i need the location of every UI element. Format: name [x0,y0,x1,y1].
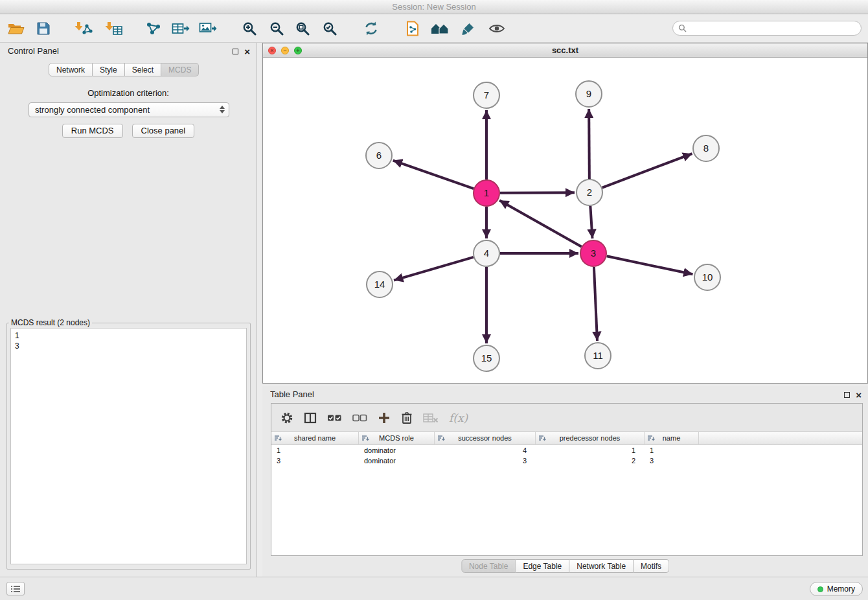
table-columns-button[interactable] [304,411,317,424]
graph-edge-3-10[interactable] [607,256,693,274]
table-settings-button[interactable] [280,411,293,424]
graph-node-15[interactable]: 15 [474,345,499,371]
graph-edge-4-14[interactable] [394,257,474,281]
graph-edge-1-2[interactable] [500,192,575,193]
graph-node-9[interactable]: 9 [576,81,602,107]
float-panel-icon[interactable] [233,49,238,54]
main-toolbar [0,14,868,43]
network-canvas[interactable]: 7968124314101511 [263,58,867,383]
tab-mcds[interactable]: MCDS [161,63,199,76]
graph-node-7[interactable]: 7 [474,82,499,108]
run-mcds-button[interactable]: Run MCDS [62,124,123,138]
tab-network-table[interactable]: Network Table [569,559,634,573]
table-cell: 1 [536,445,645,456]
status-bar: Memory [0,577,868,600]
svg-text:10: 10 [702,271,713,283]
import-table-button[interactable] [102,17,124,40]
dropdown-stepper-icon [220,106,225,113]
function-builder-button[interactable]: f(x) [449,411,468,424]
search-field[interactable] [672,21,862,36]
graph-node-4[interactable]: 4 [474,240,499,266]
tab-edge-table[interactable]: Edge Table [516,559,569,573]
window-zoom-button[interactable]: + [294,47,302,54]
graph-edge-3-1[interactable] [499,200,582,246]
unselect-all-button[interactable] [352,412,367,424]
graph-node-2[interactable]: 2 [577,179,602,205]
app-titlebar: Session: New Session [0,0,868,14]
graph-node-3[interactable]: 3 [580,240,606,266]
export-image-button[interactable] [197,17,219,40]
column-header-successor-nodes[interactable]: successor nodes [435,432,536,445]
style-button[interactable] [457,17,479,40]
save-session-button[interactable] [32,17,54,40]
import-network-button[interactable] [73,17,95,40]
close-panel-icon[interactable]: × [244,47,250,56]
graph-node-6[interactable]: 6 [366,143,392,168]
add-column-button[interactable] [378,411,391,424]
close-table-panel-icon[interactable]: × [856,390,862,400]
mcds-result-box: 13 [10,328,247,564]
close-panel-button[interactable]: Close panel [132,124,195,138]
clone-network-button[interactable] [402,17,424,40]
select-all-button[interactable] [327,412,342,424]
tab-motifs[interactable]: Motifs [634,559,669,573]
gear-icon [280,411,293,424]
column-header-shared-name[interactable]: shared name [271,432,359,445]
export-table-button[interactable] [170,17,192,40]
delete-column-button[interactable] [401,411,413,424]
clear-table-button[interactable] [423,412,439,424]
graph-edge-3-11[interactable] [594,267,597,341]
control-panel-header: Control Panel × [0,43,257,60]
graph-edge-2-8[interactable] [602,154,692,187]
node-table-body[interactable]: 1dominator4113dominator323 [271,445,862,555]
tab-network[interactable]: Network [49,63,93,76]
search-input[interactable] [690,24,856,33]
table-row[interactable]: 3dominator323 [271,456,862,466]
table-row[interactable]: 1dominator411 [271,445,862,456]
window-close-button[interactable]: × [268,47,276,54]
export-network-button[interactable] [143,17,165,40]
mcds-result-line: 3 [15,341,242,351]
graph-node-11[interactable]: 11 [585,343,611,369]
tab-style[interactable]: Style [93,63,125,76]
first-neighbors-button[interactable] [429,17,451,40]
network-window-titlebar[interactable]: × − + scc.txt [263,43,867,58]
graph-node-14[interactable]: 14 [367,271,393,297]
zoom-in-icon [242,21,257,36]
column-header-predecessor-nodes[interactable]: predecessor nodes [536,432,645,445]
zoom-fit-button[interactable] [291,17,314,40]
svg-text:14: 14 [374,279,385,290]
tab-node-table[interactable]: Node Table [461,559,516,573]
float-table-panel-icon[interactable] [844,392,850,398]
zoom-selected-button[interactable] [319,17,341,40]
column-header-name[interactable]: name [645,432,699,445]
memory-button[interactable]: Memory [810,582,863,596]
svg-text:15: 15 [481,352,492,363]
graph-edge-1-6[interactable] [393,161,474,189]
column-header-MCDS-role[interactable]: MCDS role [359,432,435,445]
control-panel-title: Control Panel [8,46,59,56]
table-cell: 3 [435,456,536,466]
zoom-out-button[interactable] [266,17,288,40]
zoom-in-button[interactable] [238,17,260,40]
import-network-icon [74,21,93,36]
task-history-button[interactable] [6,582,25,595]
graph-node-10[interactable]: 10 [694,264,720,290]
refresh-icon [363,21,379,36]
graph-node-1[interactable]: 1 [474,180,499,206]
graph-edge-2-9[interactable] [589,109,589,179]
window-minimize-button[interactable]: − [281,47,289,54]
open-session-button[interactable] [5,17,27,40]
network-canvas-svg[interactable]: 7968124314101511 [263,58,867,383]
plus-icon [378,411,391,424]
tab-select[interactable]: Select [125,63,161,76]
graph-node-8[interactable]: 8 [693,135,719,161]
table-toolbar: f(x) [271,404,862,432]
table-cell: 1 [271,445,359,456]
graph-edge-2-3[interactable] [590,206,592,238]
criterion-dropdown[interactable]: strongly connected component [29,102,229,117]
node-table-header-row: shared nameMCDS rolesuccessor nodesprede… [271,432,862,445]
apply-layout-button[interactable] [360,17,382,40]
svg-text:8: 8 [703,143,709,154]
show-hide-button[interactable] [486,17,508,40]
